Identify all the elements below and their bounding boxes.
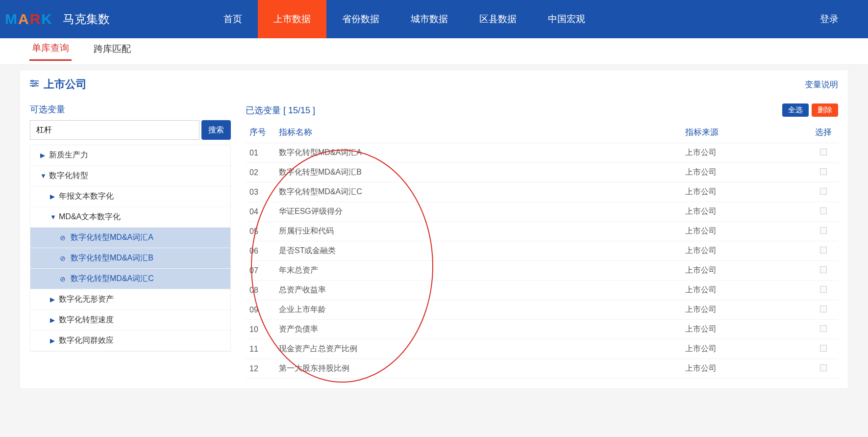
tree-item[interactable]: 新质生产力 — [30, 145, 230, 166]
row-checkbox[interactable] — [820, 247, 827, 254]
row-checkbox[interactable] — [820, 207, 827, 214]
cell-src: 上市公司 — [681, 359, 809, 379]
section-title: 上市公司 — [44, 77, 87, 92]
table-row: 08总资产收益率上市公司 — [246, 281, 838, 300]
nav-item-1[interactable]: 上市数据 — [258, 0, 326, 38]
col-src: 指标来源 — [681, 122, 809, 143]
tree-item[interactable]: ⊘数字化转型MD&A词汇A — [30, 228, 230, 248]
nav-item-2[interactable]: 省份数据 — [326, 0, 395, 38]
row-checkbox[interactable] — [820, 149, 827, 155]
delete-button[interactable]: 删除 — [812, 103, 838, 117]
variable-tree: 新质生产力数字化转型年报文本数字化MD&A文本数字化⊘数字化转型MD&A词汇A⊘… — [30, 145, 231, 352]
row-checkbox[interactable] — [820, 266, 827, 273]
cell-src: 上市公司 — [681, 202, 809, 222]
table-row: 05所属行业和代码上市公司 — [246, 222, 838, 241]
cell-name: 数字化转型MD&A词汇A — [275, 143, 681, 163]
arrow-icon — [40, 172, 49, 180]
cell-seq: 06 — [246, 241, 275, 261]
cell-name: 数字化转型MD&A词汇C — [275, 182, 681, 202]
tree-item[interactable]: ⊘数字化转型MD&A词汇C — [30, 269, 230, 289]
selected-vars-table: 序号 指标名称 指标来源 选择 01数字化转型MD&A词汇A上市公司02数字化转… — [246, 122, 838, 379]
search-button[interactable]: 搜索 — [201, 120, 231, 140]
cell-seq: 08 — [246, 281, 275, 300]
tree-item[interactable]: 数字化无形资产 — [30, 289, 230, 310]
brand-text: 马克集数 — [63, 11, 110, 27]
cell-seq: 02 — [246, 163, 275, 182]
tree-item[interactable]: 数字化同群效应 — [30, 331, 230, 351]
nav-item-5[interactable]: 中国宏观 — [532, 0, 601, 38]
col-name: 指标名称 — [275, 122, 681, 143]
table-row: 04华证ESG评级得分上市公司 — [246, 202, 838, 222]
filter-icon — [30, 79, 39, 89]
arrow-icon — [50, 296, 59, 303]
cell-seq: 03 — [246, 182, 275, 202]
arrow-icon — [40, 152, 49, 159]
cell-src: 上市公司 — [681, 241, 809, 261]
login-link[interactable]: 登录 — [795, 13, 863, 26]
cell-src: 上市公司 — [681, 222, 809, 241]
table-row: 07年末总资产上市公司 — [246, 261, 838, 281]
selected-count: 已选变量 [ 15/15 ] — [246, 104, 315, 116]
row-checkbox[interactable] — [820, 306, 827, 312]
cell-src: 上市公司 — [681, 163, 809, 182]
cell-name: 所属行业和代码 — [275, 222, 681, 241]
subtab-0[interactable]: 单库查询 — [29, 42, 72, 61]
tree-label: 新质生产力 — [49, 150, 88, 160]
tree-label: 数字化转型速度 — [59, 315, 114, 325]
nav-item-0[interactable]: 首页 — [208, 0, 258, 38]
row-checkbox[interactable] — [820, 364, 827, 371]
row-checkbox[interactable] — [820, 286, 827, 293]
row-checkbox[interactable] — [820, 168, 827, 175]
variable-desc-link[interactable]: 变量说明 — [805, 79, 838, 90]
svg-point-5 — [32, 85, 34, 87]
search-input[interactable] — [30, 120, 199, 140]
tree-label: 年报文本数字化 — [59, 191, 114, 202]
arrow-icon — [50, 316, 59, 324]
check-icon: ⊘ — [60, 234, 71, 242]
tree-item[interactable]: MD&A文本数字化 — [30, 207, 230, 228]
cell-name: 资产负债率 — [275, 320, 681, 339]
arrow-icon — [50, 337, 59, 344]
tree-item[interactable]: 年报文本数字化 — [30, 186, 230, 207]
col-seq: 序号 — [246, 122, 275, 143]
col-sel: 选择 — [809, 122, 838, 143]
row-checkbox[interactable] — [820, 325, 827, 332]
cell-name: 是否ST或金融类 — [275, 241, 681, 261]
top-nav: MARK 马克集数 首页上市数据省份数据城市数据区县数据中国宏观 登录 — [0, 0, 868, 38]
tree-label: 数字化转型MD&A词汇A — [71, 232, 153, 243]
cell-seq: 09 — [246, 300, 275, 320]
tree-item[interactable]: 数字化转型 — [30, 166, 230, 186]
cell-seq: 05 — [246, 222, 275, 241]
cell-src: 上市公司 — [681, 281, 809, 300]
cell-name: 总资产收益率 — [275, 281, 681, 300]
cell-name: 第一大股东持股比例 — [275, 359, 681, 379]
cell-src: 上市公司 — [681, 300, 809, 320]
table-row: 09企业上市年龄上市公司 — [246, 300, 838, 320]
tree-item[interactable]: ⊘数字化转型MD&A词汇B — [30, 248, 230, 269]
table-row: 02数字化转型MD&A词汇B上市公司 — [246, 163, 838, 182]
cell-src: 上市公司 — [681, 339, 809, 359]
tree-label: 数字化转型MD&A词汇C — [71, 274, 154, 284]
nav-item-4[interactable]: 区县数据 — [464, 0, 532, 38]
table-row: 06是否ST或金融类上市公司 — [246, 241, 838, 261]
cell-name: 现金资产占总资产比例 — [275, 339, 681, 359]
cell-seq: 07 — [246, 261, 275, 281]
arrow-icon — [50, 193, 59, 200]
tree-item[interactable]: 数字化转型速度 — [30, 310, 230, 331]
logo: MARK — [2, 11, 55, 27]
cell-seq: 11 — [246, 339, 275, 359]
cell-seq: 04 — [246, 202, 275, 222]
subtab-1[interactable]: 跨库匹配 — [91, 43, 133, 60]
row-checkbox[interactable] — [820, 345, 827, 352]
table-row: 03数字化转型MD&A词汇C上市公司 — [246, 182, 838, 202]
select-all-button[interactable]: 全选 — [782, 103, 809, 117]
table-row: 12第一大股东持股比例上市公司 — [246, 359, 838, 379]
cell-name: 数字化转型MD&A词汇B — [275, 163, 681, 182]
row-checkbox[interactable] — [820, 227, 827, 234]
arrow-icon — [50, 213, 59, 221]
nav-item-3[interactable]: 城市数据 — [395, 0, 464, 38]
cell-name: 华证ESG评级得分 — [275, 202, 681, 222]
cell-seq: 10 — [246, 320, 275, 339]
row-checkbox[interactable] — [820, 188, 827, 195]
check-icon: ⊘ — [60, 255, 71, 262]
